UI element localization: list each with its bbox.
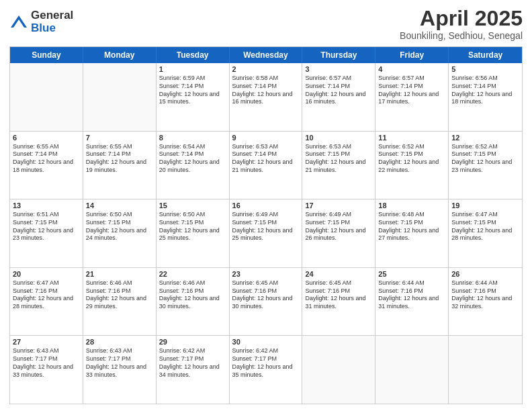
- cal-cell: 15Sunrise: 6:50 AMSunset: 7:15 PMDayligh…: [157, 199, 230, 267]
- calendar-header-row: SundayMondayTuesdayWednesdayThursdayFrid…: [10, 47, 522, 63]
- day-number: 15: [159, 201, 226, 210]
- day-number: 2: [232, 65, 300, 73]
- cal-cell: 22Sunrise: 6:46 AMSunset: 7:16 PMDayligh…: [157, 268, 230, 336]
- cell-info: Sunrise: 6:58 AMSunset: 7:14 PMDaylight:…: [232, 75, 300, 106]
- cell-info: Sunrise: 6:42 AMSunset: 7:17 PMDaylight:…: [159, 347, 226, 379]
- cal-cell: 28Sunrise: 6:43 AMSunset: 7:17 PMDayligh…: [83, 336, 157, 404]
- cal-cell: [375, 336, 449, 404]
- cell-info: Sunrise: 6:42 AMSunset: 7:17 PMDaylight:…: [232, 347, 300, 379]
- day-number: 7: [86, 134, 153, 142]
- day-number: 3: [305, 65, 372, 73]
- header-friday: Friday: [375, 47, 449, 63]
- cell-info: Sunrise: 6:55 AMSunset: 7:14 PMDaylight:…: [86, 143, 153, 175]
- day-number: 9: [232, 134, 300, 142]
- cal-cell: 3Sunrise: 6:57 AMSunset: 7:14 PMDaylight…: [302, 63, 375, 131]
- cal-cell: 19Sunrise: 6:47 AMSunset: 7:15 PMDayligh…: [449, 199, 522, 267]
- cal-cell: [83, 63, 157, 131]
- cell-info: Sunrise: 6:46 AMSunset: 7:16 PMDaylight:…: [86, 279, 153, 311]
- day-number: 6: [13, 134, 80, 142]
- cal-cell: 2Sunrise: 6:58 AMSunset: 7:14 PMDaylight…: [230, 63, 303, 131]
- cal-cell: 24Sunrise: 6:45 AMSunset: 7:16 PMDayligh…: [302, 268, 375, 336]
- cal-cell: 25Sunrise: 6:44 AMSunset: 7:16 PMDayligh…: [375, 268, 449, 336]
- cell-info: Sunrise: 6:48 AMSunset: 7:15 PMDaylight:…: [378, 211, 445, 242]
- header-tuesday: Tuesday: [157, 47, 230, 63]
- cell-info: Sunrise: 6:54 AMSunset: 7:14 PMDaylight:…: [159, 143, 226, 175]
- cal-cell: 8Sunrise: 6:54 AMSunset: 7:14 PMDaylight…: [157, 132, 230, 199]
- cal-cell: 26Sunrise: 6:44 AMSunset: 7:16 PMDayligh…: [449, 268, 522, 336]
- cal-cell: 1Sunrise: 6:59 AMSunset: 7:14 PMDaylight…: [157, 63, 230, 131]
- cal-cell: 18Sunrise: 6:48 AMSunset: 7:15 PMDayligh…: [375, 199, 449, 267]
- day-number: 4: [378, 65, 445, 73]
- cell-info: Sunrise: 6:59 AMSunset: 7:14 PMDaylight:…: [159, 75, 226, 106]
- header-thursday: Thursday: [302, 47, 375, 63]
- cell-info: Sunrise: 6:57 AMSunset: 7:14 PMDaylight:…: [305, 75, 372, 106]
- day-number: 1: [159, 65, 226, 73]
- cal-row-4: 27Sunrise: 6:43 AMSunset: 7:17 PMDayligh…: [10, 335, 522, 404]
- cell-info: Sunrise: 6:46 AMSunset: 7:16 PMDaylight:…: [159, 279, 226, 311]
- logo-text: General Blue: [31, 9, 73, 34]
- day-number: 29: [159, 338, 226, 346]
- header-wednesday: Wednesday: [230, 47, 303, 63]
- logo-general-text: General: [31, 9, 73, 22]
- header: General Blue April 2025 Bounkiling, Sedh…: [9, 7, 523, 41]
- day-number: 5: [451, 65, 519, 73]
- cal-cell: 5Sunrise: 6:56 AMSunset: 7:14 PMDaylight…: [449, 63, 522, 131]
- cal-row-3: 20Sunrise: 6:47 AMSunset: 7:16 PMDayligh…: [10, 267, 522, 336]
- cell-info: Sunrise: 6:44 AMSunset: 7:16 PMDaylight:…: [451, 279, 519, 311]
- day-number: 8: [159, 134, 226, 142]
- cal-cell: 13Sunrise: 6:51 AMSunset: 7:15 PMDayligh…: [10, 199, 83, 267]
- cell-info: Sunrise: 6:47 AMSunset: 7:16 PMDaylight:…: [13, 279, 80, 311]
- cal-row-0: 1Sunrise: 6:59 AMSunset: 7:14 PMDaylight…: [10, 63, 522, 131]
- header-saturday: Saturday: [449, 47, 522, 63]
- day-number: 19: [451, 201, 519, 210]
- cell-info: Sunrise: 6:52 AMSunset: 7:15 PMDaylight:…: [451, 143, 519, 175]
- day-number: 24: [305, 270, 372, 278]
- cell-info: Sunrise: 6:43 AMSunset: 7:17 PMDaylight:…: [86, 347, 153, 379]
- cal-cell: 30Sunrise: 6:42 AMSunset: 7:17 PMDayligh…: [230, 336, 303, 404]
- cal-cell: 14Sunrise: 6:50 AMSunset: 7:15 PMDayligh…: [83, 199, 157, 267]
- cal-row-1: 6Sunrise: 6:55 AMSunset: 7:14 PMDaylight…: [10, 131, 522, 199]
- day-number: 12: [451, 134, 519, 142]
- location: Bounkiling, Sedhiou, Senegal: [400, 30, 523, 41]
- cell-info: Sunrise: 6:52 AMSunset: 7:15 PMDaylight:…: [378, 143, 445, 175]
- page: General Blue April 2025 Bounkiling, Sedh…: [0, 0, 532, 411]
- cal-cell: 27Sunrise: 6:43 AMSunset: 7:17 PMDayligh…: [10, 336, 83, 404]
- cal-cell: 23Sunrise: 6:45 AMSunset: 7:16 PMDayligh…: [230, 268, 303, 336]
- cal-cell: [302, 336, 375, 404]
- day-number: 22: [159, 270, 226, 278]
- day-number: 14: [86, 201, 153, 210]
- cal-cell: 6Sunrise: 6:55 AMSunset: 7:14 PMDaylight…: [10, 132, 83, 199]
- cal-cell: 7Sunrise: 6:55 AMSunset: 7:14 PMDaylight…: [83, 132, 157, 199]
- logo: General Blue: [9, 9, 73, 34]
- cal-cell: 29Sunrise: 6:42 AMSunset: 7:17 PMDayligh…: [157, 336, 230, 404]
- cal-row-2: 13Sunrise: 6:51 AMSunset: 7:15 PMDayligh…: [10, 199, 522, 267]
- day-number: 16: [232, 201, 300, 210]
- day-number: 23: [232, 270, 300, 278]
- cal-cell: [10, 63, 83, 131]
- cell-info: Sunrise: 6:49 AMSunset: 7:15 PMDaylight:…: [232, 211, 300, 242]
- cal-cell: 4Sunrise: 6:57 AMSunset: 7:14 PMDaylight…: [375, 63, 449, 131]
- cal-cell: 12Sunrise: 6:52 AMSunset: 7:15 PMDayligh…: [449, 132, 522, 199]
- logo-blue-text: Blue: [31, 22, 73, 35]
- header-sunday: Sunday: [10, 47, 83, 63]
- day-number: 17: [305, 201, 372, 210]
- day-number: 28: [86, 338, 153, 346]
- calendar: SundayMondayTuesdayWednesdayThursdayFrid…: [9, 46, 523, 404]
- title-block: April 2025 Bounkiling, Sedhiou, Senegal: [400, 7, 523, 41]
- cal-cell: 21Sunrise: 6:46 AMSunset: 7:16 PMDayligh…: [83, 268, 157, 336]
- logo-icon: [9, 13, 28, 32]
- calendar-body: 1Sunrise: 6:59 AMSunset: 7:14 PMDaylight…: [10, 63, 522, 404]
- cell-info: Sunrise: 6:57 AMSunset: 7:14 PMDaylight:…: [378, 75, 445, 106]
- day-number: 10: [305, 134, 372, 142]
- header-monday: Monday: [83, 47, 157, 63]
- cell-info: Sunrise: 6:45 AMSunset: 7:16 PMDaylight:…: [305, 279, 372, 311]
- day-number: 11: [378, 134, 445, 142]
- day-number: 27: [13, 338, 80, 346]
- day-number: 21: [86, 270, 153, 278]
- month-title: April 2025: [400, 7, 523, 30]
- day-number: 30: [232, 338, 300, 346]
- cal-cell: 20Sunrise: 6:47 AMSunset: 7:16 PMDayligh…: [10, 268, 83, 336]
- day-number: 20: [13, 270, 80, 278]
- cell-info: Sunrise: 6:56 AMSunset: 7:14 PMDaylight:…: [451, 75, 519, 106]
- day-number: 26: [451, 270, 519, 278]
